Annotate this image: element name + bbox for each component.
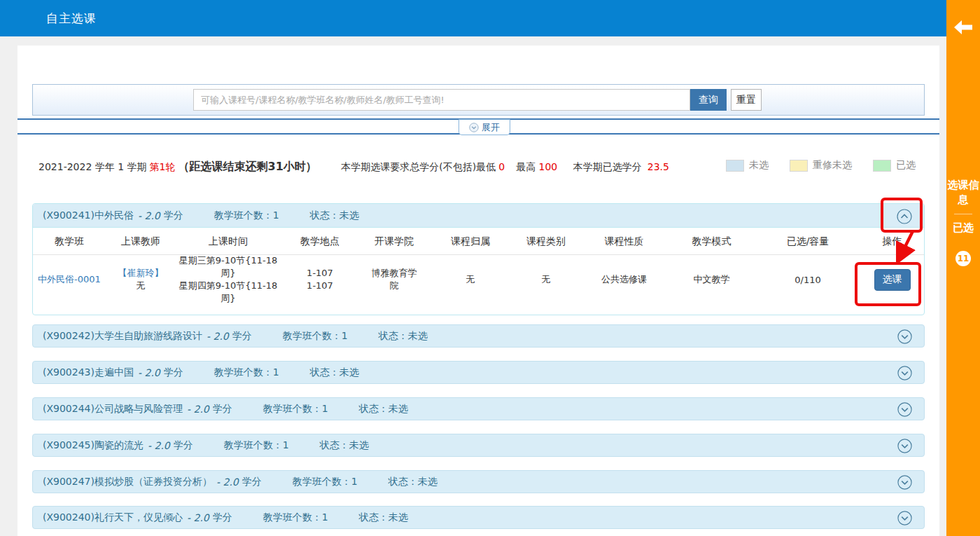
class-name-link[interactable]: 中外民俗-0001 bbox=[38, 274, 101, 284]
chevron-down-circle-icon bbox=[897, 365, 913, 381]
col-header-belong: 课程归属 bbox=[429, 235, 512, 248]
col-header-capacity: 已选/容量 bbox=[755, 235, 860, 248]
legend-label-unselected: 未选 bbox=[749, 159, 769, 172]
course-credit: - 2.0 bbox=[206, 331, 229, 342]
class-table: 教学班 上课教师 上课时间 教学地点 开课学院 课程归属 课程类别 课程性质 教… bbox=[33, 228, 924, 304]
legend-label-selected: 已选 bbox=[896, 159, 916, 172]
course-credit-suffix: 学分 bbox=[213, 511, 232, 524]
capacity-value: 0/110 bbox=[755, 275, 860, 285]
max-credits: 100 bbox=[539, 161, 558, 172]
course-status: 状态：未选 bbox=[310, 366, 359, 379]
course-status: 状态：未选 bbox=[320, 439, 369, 452]
course-bar-4[interactable]: (X900245)陶瓷的流光 - 2.0 学分 教学班个数：1 状态：未选 bbox=[32, 434, 925, 457]
selected-credits-value: 23.5 bbox=[648, 161, 669, 172]
course-code-name: (X900245)陶瓷的流光 bbox=[43, 439, 144, 452]
chevron-down-circle-icon bbox=[469, 123, 479, 132]
legend-swatch-unselected bbox=[726, 160, 744, 172]
app-header: 自主选课 bbox=[0, 0, 946, 36]
col-header-mode: 教学模式 bbox=[668, 235, 755, 248]
course-credit-suffix: 学分 bbox=[213, 403, 232, 415]
page-title: 自主选课 bbox=[46, 11, 97, 27]
course-class-count: 教学班个数：1 bbox=[214, 209, 279, 222]
course-status: 状态：未选 bbox=[379, 330, 428, 343]
sidebar-tab-selection-info[interactable]: 选课信息 bbox=[946, 178, 980, 207]
col-header-college: 开课学院 bbox=[359, 235, 429, 248]
teacher-extra: 无 bbox=[106, 280, 176, 292]
course-credit-suffix: 学分 bbox=[232, 330, 252, 343]
course-credit: - 2.0 bbox=[216, 476, 239, 488]
course-bar-6[interactable]: (X900240)礼行天下，仪见倾心 - 2.0 学分 教学班个数：1 状态：未… bbox=[32, 506, 925, 529]
course-code-name: (X900243)走遍中国 bbox=[43, 366, 134, 379]
select-course-button[interactable]: 选课 bbox=[874, 269, 911, 291]
course-credit-suffix: 学分 bbox=[242, 476, 262, 488]
search-input[interactable] bbox=[193, 89, 690, 111]
class-time-2: 星期四第9-10节{11-18周} bbox=[176, 280, 281, 305]
course-bar-3[interactable]: (X900244)公司战略与风险管理 - 2.0 学分 教学班个数：1 状态：未… bbox=[32, 397, 925, 420]
course-status: 状态：未选 bbox=[359, 511, 408, 524]
course-class-count: 教学班个数：1 bbox=[293, 476, 358, 488]
expand-label: 展开 bbox=[482, 121, 500, 134]
round-text: 第1轮 bbox=[150, 161, 176, 172]
chevron-down-circle-icon bbox=[897, 438, 913, 454]
class-location-2: 1-107 bbox=[281, 280, 359, 292]
course-class-count: 教学班个数：1 bbox=[263, 403, 328, 415]
table-header-row: 教学班 上课教师 上课时间 教学地点 开课学院 课程归属 课程类别 课程性质 教… bbox=[33, 228, 924, 255]
back-arrow-icon[interactable] bbox=[953, 20, 973, 35]
course-class-count: 教学班个数：1 bbox=[263, 511, 328, 524]
legend-swatch-selected bbox=[873, 160, 891, 172]
col-header-time: 上课时间 bbox=[176, 235, 281, 248]
sidebar-divider bbox=[954, 214, 972, 214]
col-header-class: 教学班 bbox=[33, 235, 106, 248]
expand-course-button[interactable] bbox=[897, 510, 913, 528]
course-belong: 无 bbox=[429, 273, 512, 286]
expand-course-button[interactable] bbox=[897, 474, 913, 493]
course-bar-2[interactable]: (X900243)走遍中国 - 2.0 学分 教学班个数：1 状态：未选 bbox=[32, 361, 925, 384]
collapse-button[interactable] bbox=[896, 208, 913, 227]
reset-button[interactable]: 重置 bbox=[731, 89, 762, 111]
course-bar-5[interactable]: (X900247)模拟炒股（证券投资分析） - 2.0 学分 教学班个数：1 状… bbox=[32, 470, 925, 493]
course-panel-expanded: (X900241)中外民俗 - 2.0 学分 教学班个数：1 状态：未选 教学班… bbox=[32, 203, 925, 315]
course-credit: - 2.0 bbox=[148, 440, 170, 451]
status-legend: 未选 重修未选 已选 bbox=[726, 159, 916, 172]
chevron-down-circle-icon bbox=[897, 329, 913, 345]
col-header-teacher: 上课教师 bbox=[106, 235, 176, 248]
class-time-1: 星期三第9-10节{11-18周} bbox=[176, 254, 281, 280]
requirement-label: 本学期选课要求总学分(不包括)最低 bbox=[341, 161, 496, 172]
course-bar-1[interactable]: (X900242)大学生自助旅游线路设计 - 2.0 学分 教学班个数：1 状态… bbox=[32, 324, 925, 348]
chevron-down-circle-icon bbox=[897, 474, 913, 490]
course-header-bar[interactable]: (X900241)中外民俗 - 2.0 学分 教学班个数：1 状态：未选 bbox=[33, 204, 924, 228]
course-credit: - 2.0 bbox=[187, 512, 209, 523]
class-row: 中外民俗-0001 【崔新玲】 无 星期三第9-10节{11-18周} 星期四第… bbox=[33, 255, 924, 304]
course-code-name: (X900241)中外民俗 bbox=[43, 209, 134, 222]
selected-credits-label: 本学期已选学分 bbox=[573, 161, 642, 172]
max-label: 最高 bbox=[517, 161, 536, 172]
selection-info-sidebar[interactable]: 选课信息 已选 11 bbox=[946, 0, 980, 536]
course-credit-suffix: 学分 bbox=[174, 439, 193, 452]
course-nature: 公共选修课 bbox=[580, 273, 668, 286]
expand-toggle-button[interactable]: 展开 bbox=[458, 119, 510, 135]
teaching-mode: 中文教学 bbox=[668, 273, 755, 286]
course-code-name: (X900244)公司战略与风险管理 bbox=[43, 403, 183, 415]
course-code-name: (X900242)大学生自助旅游线路设计 bbox=[43, 330, 202, 343]
course-credit: - 2.0 bbox=[138, 210, 160, 221]
col-header-category: 课程类别 bbox=[512, 235, 580, 248]
course-code-name: (X900247)模拟炒股（证券投资分析） bbox=[43, 476, 212, 488]
class-location-1: 1-107 bbox=[281, 267, 359, 280]
expand-course-button[interactable] bbox=[897, 365, 913, 383]
college-name: 博雅教育学院 bbox=[359, 267, 429, 292]
legend-label-retake: 重修未选 bbox=[813, 159, 852, 172]
chevron-down-circle-icon bbox=[897, 510, 913, 526]
col-header-location: 教学地点 bbox=[281, 235, 359, 248]
course-credit-suffix: 学分 bbox=[164, 209, 183, 222]
query-button[interactable]: 查询 bbox=[690, 89, 727, 111]
course-status: 状态：未选 bbox=[359, 403, 408, 415]
selected-count-badge: 11 bbox=[955, 251, 971, 266]
expand-course-button[interactable] bbox=[897, 438, 913, 456]
sidebar-tab-selected[interactable]: 已选 bbox=[946, 221, 980, 235]
expand-course-button[interactable] bbox=[897, 329, 913, 347]
legend-swatch-retake bbox=[790, 160, 808, 172]
course-class-count: 教学班个数：1 bbox=[224, 439, 289, 452]
course-status: 状态：未选 bbox=[310, 209, 359, 222]
expand-course-button[interactable] bbox=[897, 401, 913, 420]
course-class-count: 教学班个数：1 bbox=[214, 366, 279, 379]
